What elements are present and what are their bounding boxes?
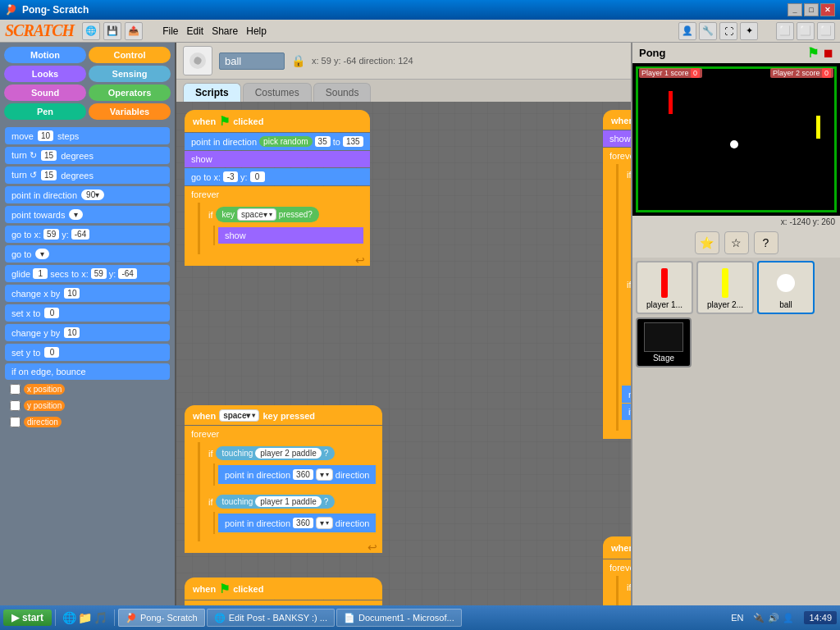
folder-icon[interactable]: 📁 <box>78 611 92 624</box>
when-flag-hat[interactable]: when ⚑ clicked <box>185 110 370 132</box>
when-space-hat-2[interactable]: when space▾ key pressed <box>603 110 631 130</box>
fullscreen-icon[interactable]: ⛶ <box>719 22 737 40</box>
set-y-block[interactable]: set y to 0 <box>5 344 170 361</box>
goto-xy-block[interactable]: go to x: 59 y: -64 <box>5 226 170 243</box>
if-end <box>203 246 367 253</box>
change-y-block[interactable]: change y by 10 <box>5 324 170 341</box>
if-p1-score-5[interactable]: if Player 1 score = 5 <box>622 578 631 596</box>
player1-sprite-img <box>647 266 682 300</box>
pen-category[interactable]: Pen <box>4 103 86 120</box>
forever-block-5[interactable]: forever if Player 1 score = 5 set Player… <box>603 559 631 605</box>
if-touch-color-2[interactable]: if touching color ? <box>622 276 631 294</box>
globe-icon[interactable]: 🌐 <box>82 22 100 40</box>
sprite-name-input[interactable] <box>219 52 285 70</box>
taskbar-item-scratch[interactable]: 🏓 Pong- Scratch <box>118 609 205 627</box>
turn-ccw-block[interactable]: turn ↺ 15 degrees <box>5 167 170 184</box>
layout1-icon[interactable]: ⬜ <box>776 22 794 40</box>
green-flag-button[interactable]: ⚑ <box>807 45 819 61</box>
player1-sprite-label: player 1... <box>646 300 682 309</box>
question-icon[interactable]: ? <box>754 231 778 254</box>
share-menu[interactable]: Share <box>208 24 241 39</box>
motion-category[interactable]: Motion <box>4 47 86 63</box>
stage-preview <box>644 322 683 352</box>
script-score-check-2: when ⚑ clicked forever if Player 1 score… <box>603 536 631 605</box>
if-key-pressed[interactable]: if key space▾ pressed? <box>203 204 367 225</box>
star-outline-icon[interactable]: ☆ <box>724 231 749 254</box>
move-5-steps[interactable]: move 5 steps <box>622 386 631 403</box>
turn-cw-block[interactable]: turn ↻ 15 degrees <box>5 147 170 164</box>
y-position-checkbox[interactable]: y position <box>5 399 170 413</box>
show-2[interactable]: show <box>603 130 631 147</box>
player1-score-label: Player 1 score 0 <box>639 68 702 78</box>
change-x-block[interactable]: change x by 10 <box>5 285 170 302</box>
script-green-flag-1: when ⚑ clicked point in direction pick r… <box>185 110 370 266</box>
show-inner[interactable]: show <box>218 227 363 244</box>
point-direction-cmd[interactable]: point in direction pick random 35 to 135 <box>185 133 370 150</box>
edge-bounce-block[interactable]: if on edge, bounce <box>5 363 170 380</box>
taskbar-item-word[interactable]: 📄 Document1 - Microsof... <box>336 609 462 627</box>
minimize-button[interactable]: _ <box>788 3 802 16</box>
when-flag-hat-3[interactable]: when ⚑ clicked <box>185 578 382 600</box>
taskbar-item-ie[interactable]: 🌐 Edit Post - BANKSY :) ... <box>207 609 335 627</box>
control-category[interactable]: Control <box>89 47 171 63</box>
layout2-icon[interactable]: ⬜ <box>797 22 815 40</box>
maximize-button[interactable]: □ <box>804 3 819 16</box>
sprite-coords: x: 59 y: -64 direction: 124 <box>312 56 413 66</box>
looks-category[interactable]: Looks <box>4 66 86 82</box>
x-position-checkbox[interactable]: x position <box>5 382 170 396</box>
stage-sprite-item[interactable]: Stage <box>636 317 692 368</box>
share-icon[interactable]: 📤 <box>125 22 143 40</box>
media-icon[interactable]: 🎵 <box>94 611 107 624</box>
if-touching-paddle2[interactable]: if touching player 2 paddle ? <box>203 444 379 463</box>
help-menu[interactable]: Help <box>243 24 270 39</box>
layout3-icon[interactable]: ⬜ <box>817 22 835 40</box>
sprite-player2[interactable]: player 2... <box>696 261 754 314</box>
goto-block[interactable]: go to ▾ <box>5 245 170 262</box>
start-button[interactable]: ▶ start <box>3 609 52 626</box>
forever-block-2[interactable]: forever if touching player 2 paddle ? po… <box>185 426 382 553</box>
forever-block-4[interactable]: forever if touching color ? go to x: 0 y… <box>603 148 631 439</box>
goto-cmd[interactable]: go to x: -3 y: 0 <box>185 168 370 185</box>
save-icon[interactable]: 💾 <box>103 22 121 40</box>
sprite-ball[interactable]: ball <box>757 261 815 314</box>
sprite-player1[interactable]: player 1... <box>636 261 693 314</box>
variables-category[interactable]: Variables <box>89 103 171 120</box>
point-direction-block[interactable]: point in direction 90▾ <box>5 186 170 203</box>
ball-dot <box>730 140 738 148</box>
red-stop-button[interactable]: ⏹ <box>822 47 833 60</box>
star-filled-icon[interactable]: ⭐ <box>695 231 719 254</box>
glide-block[interactable]: glide 1 secs to x: 59 y: -64 <box>5 265 170 282</box>
show-cmd[interactable]: show <box>185 151 370 167</box>
edge-bounce[interactable]: if on edge, bounce <box>622 404 631 420</box>
extra-icon[interactable]: ✦ <box>740 22 758 40</box>
close-button[interactable]: ✕ <box>820 3 835 16</box>
stage-canvas[interactable]: Player 1 score 0 Player 2 score 0 <box>636 66 837 212</box>
when-flag-hat-4[interactable]: when ⚑ clicked <box>603 536 631 559</box>
script-touch-color: when space▾ key pressed show forever if … <box>603 110 631 439</box>
when-space-hat[interactable]: when space▾ key pressed <box>185 405 382 425</box>
sounds-tab[interactable]: Sounds <box>313 83 372 102</box>
user-icon[interactable]: 👤 <box>678 22 696 40</box>
sound-category[interactable]: Sound <box>4 84 86 101</box>
file-menu[interactable]: File <box>159 24 181 39</box>
stage-name: Pong <box>639 47 666 59</box>
scripts-tab[interactable]: Scripts <box>183 83 241 102</box>
paddle-left <box>669 91 673 114</box>
direction-checkbox[interactable]: direction <box>5 415 170 429</box>
settings-icon[interactable]: 🔧 <box>699 22 717 40</box>
if-touching-paddle1[interactable]: if touching player 1 paddle ? <box>203 492 379 511</box>
move-block[interactable]: move 10 steps <box>5 127 170 144</box>
edit-menu[interactable]: Edit <box>184 24 208 39</box>
operators-category[interactable]: Operators <box>89 84 171 101</box>
if-touch-color-1[interactable]: if touching color ? <box>622 166 631 184</box>
scripts-canvas[interactable]: when ⚑ clicked point in direction pick r… <box>176 102 631 605</box>
ie-icon[interactable]: 🌐 <box>62 611 76 624</box>
point-towards-block[interactable]: point towards ▾ <box>5 206 170 223</box>
sensing-category[interactable]: Sensing <box>89 66 171 82</box>
forever-block-1[interactable]: forever if key space▾ pressed? show ↩ <box>185 186 370 266</box>
costumes-tab[interactable]: Costumes <box>243 83 312 102</box>
point-dir-360-2[interactable]: point in direction 360 ▾ direction <box>218 514 376 532</box>
scripts-panel: 🔒 x: 59 y: -64 direction: 124 Scripts Co… <box>176 43 631 605</box>
point-dir-360-1[interactable]: point in direction 360 ▾ direction <box>218 465 376 484</box>
set-x-block[interactable]: set x to 0 <box>5 304 170 322</box>
